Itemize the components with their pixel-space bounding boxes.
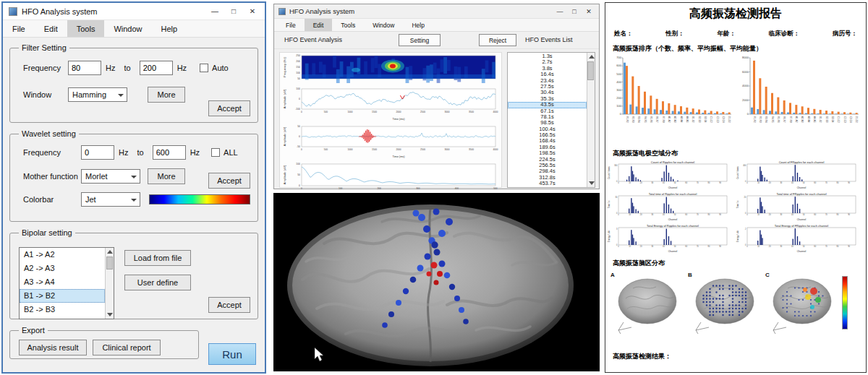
analysis-result-button[interactable]: Analysis result: [19, 340, 87, 355]
svg-text:80: 80: [708, 213, 710, 216]
svg-text:50: 50: [297, 125, 300, 128]
menu-window[interactable]: Window: [364, 19, 403, 31]
auto-checkbox[interactable]: [200, 64, 208, 72]
svg-text:0: 0: [746, 213, 748, 216]
bipolar-item[interactable]: B2 -> B3: [20, 303, 105, 316]
scroll-up-icon[interactable]: [589, 55, 595, 59]
region-brain-C: C: [763, 270, 838, 336]
bipolar-listbox[interactable]: A1 -> A2A2 -> A3A3 -> A4B1 -> B2B2 -> B3: [19, 247, 114, 319]
mother-function-select[interactable]: Morlet: [81, 169, 140, 184]
jet-colorbar-preview: [149, 194, 250, 204]
to-label: to: [124, 64, 130, 72]
spatial-histogram-4: Total time of FRipples for each channel0…: [736, 191, 863, 221]
hfo-events-list[interactable]: 1.3s2.7s3.8s16.4s23.4s27.5s30.4s35.3s43.…: [507, 52, 595, 188]
event-analysis-label: HFO Event Analysis: [284, 36, 342, 43]
svg-text:80: 80: [708, 181, 710, 184]
bipolar-item[interactable]: A2 -> A3: [20, 262, 105, 275]
svg-text:400: 400: [455, 187, 459, 190]
svg-text:Total Energy of FRipples for e: Total Energy of FRipples for each channe…: [775, 224, 828, 228]
colorbar-select[interactable]: Jet: [81, 192, 140, 207]
menu-help[interactable]: Help: [403, 19, 433, 31]
bipolar-accept-button[interactable]: Accept: [208, 297, 250, 313]
svg-text:A4-A5: A4-A5: [686, 116, 689, 123]
svg-text:-100: -100: [295, 108, 300, 111]
svg-text:300: 300: [614, 164, 618, 167]
svg-text:C2-C3: C2-C3: [843, 116, 846, 123]
window-title: HFO Analysis system: [289, 7, 354, 15]
event-item[interactable]: 453.7s: [508, 181, 587, 186]
menu-window[interactable]: Window: [104, 20, 151, 37]
user-define-button[interactable]: User define: [124, 275, 191, 290]
section-region-heading: 高频振荡脑区分布: [613, 259, 866, 268]
svg-text:A3-A4: A3-A4: [807, 116, 810, 123]
svg-text:0: 0: [618, 181, 619, 184]
filter-accept-button[interactable]: Accept: [208, 100, 250, 116]
close-button[interactable]: ✕: [243, 7, 262, 15]
menu-file[interactable]: File: [277, 19, 305, 31]
minimize-button[interactable]: —: [553, 8, 567, 15]
svg-text:Channel: Channel: [668, 250, 678, 253]
run-button[interactable]: Run: [208, 343, 256, 365]
scroll-thumb[interactable]: [587, 61, 594, 80]
spatial-histogram-6: Total Energy of FRipples for each channe…: [736, 223, 863, 253]
svg-text:100: 100: [296, 163, 300, 165]
svg-text:20: 20: [640, 181, 642, 184]
reject-button[interactable]: Reject: [479, 34, 516, 46]
plot-burst: Amplitude (uV)500-5005001000150020002500…: [280, 124, 500, 158]
scroll-thumb[interactable]: [106, 257, 113, 270]
svg-text:90: 90: [719, 213, 721, 216]
maximize-button[interactable]: □: [567, 8, 582, 15]
svg-text:-50: -50: [297, 145, 300, 148]
sort-chart-1: 0100200300400500600700R1-R2R2-R3R3-R4R4-…: [608, 55, 736, 143]
svg-text:0: 0: [618, 213, 619, 216]
minimize-button[interactable]: —: [205, 7, 224, 15]
menu-file[interactable]: File: [3, 20, 35, 37]
svg-text:3500: 3500: [469, 111, 474, 113]
scroll-up-icon[interactable]: [107, 250, 113, 254]
settings-menubar: FileEditToolsWindowHelp: [3, 20, 265, 38]
svg-text:500: 500: [616, 72, 621, 76]
svg-text:3000: 3000: [444, 148, 449, 151]
scroll-down-icon[interactable]: [107, 313, 113, 316]
svg-text:Channel: Channel: [797, 186, 807, 189]
maximize-button[interactable]: □: [224, 7, 243, 15]
svg-text:0: 0: [618, 245, 619, 248]
scroll-down-icon[interactable]: [589, 181, 595, 185]
close-button[interactable]: ✕: [582, 8, 596, 15]
window-select[interactable]: Hamming: [68, 87, 127, 102]
setting-button[interactable]: Setting: [399, 34, 441, 46]
wavelet-freq-high-input[interactable]: [153, 145, 186, 160]
filter-more-button[interactable]: More: [148, 87, 185, 103]
brain-3d-view[interactable]: [273, 193, 600, 371]
bipolar-item[interactable]: B1 -> B2: [20, 289, 105, 303]
section-spatial-heading: 高频振荡电极空域分布: [613, 149, 866, 158]
svg-text:A3-A4: A3-A4: [680, 116, 683, 123]
svg-text:R5-R6: R5-R6: [650, 116, 652, 123]
load-from-file-button[interactable]: Load from file: [124, 250, 191, 266]
bipolar-item[interactable]: A3 -> A4: [20, 275, 105, 289]
clinical-report-button[interactable]: Clinical report: [93, 340, 161, 355]
menu-help[interactable]: Help: [152, 20, 187, 37]
bipolar-item[interactable]: A1 -> A2: [20, 248, 105, 262]
wavelet-more-button[interactable]: More: [148, 168, 185, 184]
svg-text:R4-R5: R4-R5: [644, 116, 647, 123]
menu-edit[interactable]: Edit: [305, 19, 333, 31]
wavelet-accept-button[interactable]: Accept: [208, 173, 250, 189]
svg-text:90: 90: [719, 181, 721, 184]
all-checkbox[interactable]: [211, 148, 220, 157]
svg-text:3500: 3500: [469, 148, 474, 151]
menu-tools[interactable]: Tools: [332, 19, 364, 31]
wavelet-freq-low-input[interactable]: [81, 145, 114, 160]
menu-edit[interactable]: Edit: [35, 20, 67, 37]
events-scrollbar[interactable]: [587, 53, 595, 187]
menu-tools[interactable]: Tools: [67, 20, 105, 37]
svg-text:B1-B2: B1-B2: [692, 116, 694, 123]
svg-text:A2-A3: A2-A3: [673, 116, 676, 123]
svg-text:300: 300: [616, 88, 621, 92]
svg-text:30: 30: [616, 196, 618, 199]
filter-freq-high-input[interactable]: [140, 61, 173, 75]
events-list-label: HFO Events List: [525, 36, 573, 43]
svg-text:A4-A5: A4-A5: [813, 116, 816, 123]
bipolar-scrollbar[interactable]: [105, 248, 114, 319]
filter-freq-low-input[interactable]: [68, 61, 101, 75]
